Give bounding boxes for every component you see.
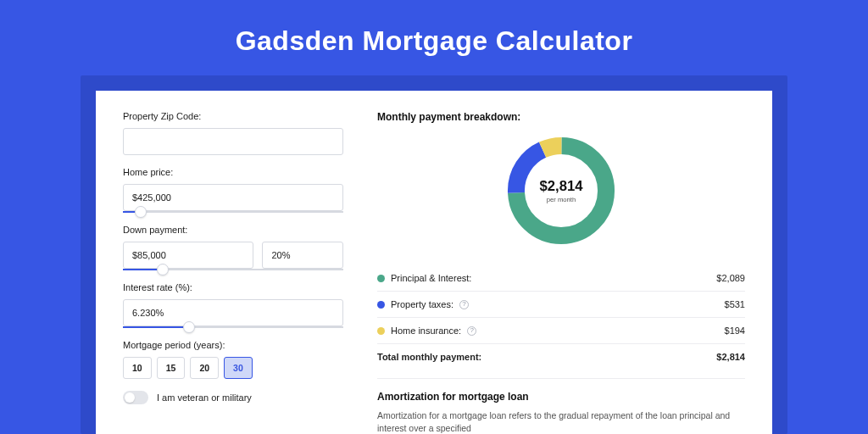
legend-label-taxes: Property taxes: bbox=[391, 299, 453, 309]
down-payment-amount-input[interactable] bbox=[123, 242, 253, 269]
interest-rate-group: Interest rate (%): bbox=[123, 282, 343, 328]
zip-input[interactable] bbox=[123, 128, 343, 155]
breakdown-title: Monthly payment breakdown: bbox=[377, 111, 745, 123]
veteran-row: I am veteran or military bbox=[123, 391, 343, 404]
interest-rate-input[interactable] bbox=[123, 299, 343, 326]
form-column: Property Zip Code: Home price: Down paym… bbox=[123, 111, 343, 434]
legend-value-principal: $2,089 bbox=[716, 273, 745, 283]
home-price-slider-thumb[interactable] bbox=[135, 206, 147, 218]
legend-value-taxes: $531 bbox=[725, 299, 745, 309]
dot-icon bbox=[377, 301, 385, 309]
legend-value-insurance: $194 bbox=[725, 326, 745, 336]
veteran-toggle-knob bbox=[125, 392, 135, 403]
donut-svg: $2,814 per month bbox=[502, 131, 620, 250]
legend-value-total: $2,814 bbox=[716, 352, 745, 362]
mortgage-period-label: Mortgage period (years): bbox=[123, 340, 343, 350]
legend-row-taxes: Property taxes: ? $531 bbox=[377, 292, 745, 317]
home-price-group: Home price: bbox=[123, 167, 343, 213]
home-price-slider[interactable] bbox=[123, 211, 343, 213]
down-payment-slider[interactable] bbox=[123, 269, 343, 270]
legend-row-insurance: Home insurance: ? $194 bbox=[377, 318, 745, 343]
info-icon[interactable]: ? bbox=[467, 326, 476, 336]
donut-center-value: $2,814 bbox=[540, 178, 584, 194]
legend-label-insurance: Home insurance: bbox=[391, 326, 461, 336]
amortization-title: Amortization for mortgage loan bbox=[377, 391, 745, 403]
down-payment-group: Down payment: bbox=[123, 225, 343, 270]
legend-label-principal: Principal & Interest: bbox=[391, 273, 471, 283]
interest-rate-label: Interest rate (%): bbox=[123, 282, 343, 292]
veteran-label: I am veteran or military bbox=[157, 392, 252, 403]
term-button-10[interactable]: 10 bbox=[123, 357, 152, 379]
amortization-section: Amortization for mortgage loan Amortizat… bbox=[377, 378, 745, 434]
down-payment-slider-thumb[interactable] bbox=[157, 264, 169, 275]
term-button-30[interactable]: 30 bbox=[224, 357, 253, 379]
home-price-label: Home price: bbox=[123, 167, 343, 177]
interest-rate-slider-fill bbox=[123, 326, 189, 328]
donut-center-sub: per month bbox=[547, 196, 576, 203]
veteran-toggle[interactable] bbox=[123, 391, 148, 404]
zip-group: Property Zip Code: bbox=[123, 111, 343, 155]
legend-label-total: Total monthly payment: bbox=[377, 352, 481, 362]
legend-row-total: Total monthly payment: $2,814 bbox=[377, 344, 745, 370]
dot-icon bbox=[377, 275, 385, 282]
legend-row-principal: Principal & Interest: $2,089 bbox=[377, 265, 745, 291]
down-payment-label: Down payment: bbox=[123, 225, 343, 235]
term-button-20[interactable]: 20 bbox=[190, 357, 219, 379]
term-row: 10 15 20 30 bbox=[123, 357, 343, 379]
page-title: Gadsden Mortgage Calculator bbox=[0, 0, 868, 75]
down-payment-pct-input[interactable] bbox=[262, 242, 343, 269]
breakdown-column: Monthly payment breakdown: $2,814 per mo… bbox=[377, 111, 745, 434]
calculator-frame: Property Zip Code: Home price: Down paym… bbox=[81, 75, 787, 434]
interest-rate-slider[interactable] bbox=[123, 326, 343, 328]
amortization-text: Amortization for a mortgage loan refers … bbox=[377, 409, 745, 434]
mortgage-period-group: Mortgage period (years): 10 15 20 30 bbox=[123, 340, 343, 379]
calculator-card: Property Zip Code: Home price: Down paym… bbox=[96, 91, 772, 434]
dot-icon bbox=[377, 327, 385, 335]
term-button-15[interactable]: 15 bbox=[157, 357, 186, 379]
info-icon[interactable]: ? bbox=[459, 300, 469, 309]
home-price-input[interactable] bbox=[123, 184, 343, 211]
zip-label: Property Zip Code: bbox=[123, 111, 343, 121]
interest-rate-slider-thumb[interactable] bbox=[183, 321, 195, 333]
donut-chart: $2,814 per month bbox=[377, 131, 745, 250]
